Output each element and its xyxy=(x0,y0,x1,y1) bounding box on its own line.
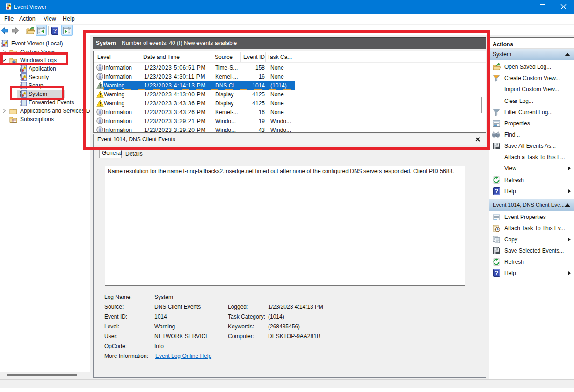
svg-text:?: ? xyxy=(53,28,57,34)
